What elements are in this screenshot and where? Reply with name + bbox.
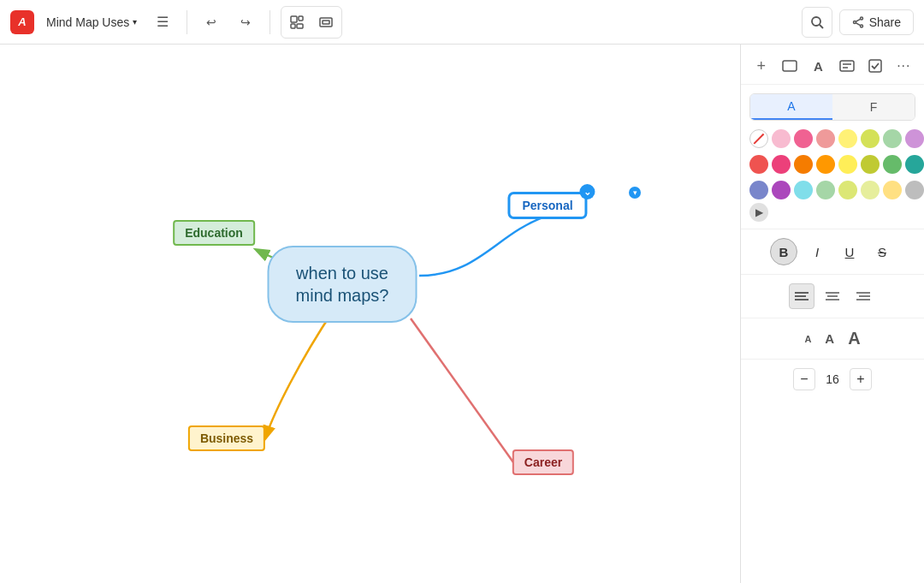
panel-text-button[interactable]: A xyxy=(807,53,830,79)
toolbar-divider xyxy=(187,10,187,34)
text-medium-button[interactable]: A xyxy=(821,328,838,349)
embed-button[interactable] xyxy=(312,9,340,36)
document-title: Mind Map Uses xyxy=(46,15,129,29)
swatch-green-light[interactable] xyxy=(883,129,902,148)
color-tab-a[interactable]: A xyxy=(750,94,832,120)
svg-rect-3 xyxy=(297,24,303,28)
frame-button[interactable] xyxy=(283,9,311,36)
panel-divider4 xyxy=(741,359,924,360)
personal-dropdown-dot[interactable]: ▾ xyxy=(629,187,641,199)
font-size-increase-button[interactable]: + xyxy=(850,368,872,390)
align-right-button[interactable] xyxy=(850,283,876,309)
swatch-more[interactable]: ▶ xyxy=(749,203,768,222)
swatch-pink-dark[interactable] xyxy=(772,155,791,174)
svg-rect-4 xyxy=(320,18,332,27)
undo-button[interactable]: ↩ xyxy=(198,9,225,36)
panel-add-button[interactable]: + xyxy=(749,53,773,79)
redo-button[interactable]: ↪ xyxy=(232,9,259,36)
svg-line-11 xyxy=(856,19,860,21)
strikethrough-button[interactable]: S xyxy=(869,239,895,265)
center-node[interactable]: when to use mind maps? xyxy=(268,246,418,323)
toolbar-right: Share xyxy=(802,7,914,38)
font-size-value: 16 xyxy=(822,372,843,386)
swatch-orange[interactable] xyxy=(816,129,835,148)
swatch-grey[interactable] xyxy=(905,181,924,199)
svg-rect-0 xyxy=(291,16,297,22)
education-label: Education xyxy=(185,226,243,240)
swatch-indigo[interactable] xyxy=(749,181,768,199)
italic-button[interactable]: I xyxy=(804,239,830,265)
svg-line-7 xyxy=(820,25,823,28)
share-label: Share xyxy=(869,15,901,29)
swatch-green-pale[interactable] xyxy=(816,181,835,199)
swatch-pink-light[interactable] xyxy=(772,129,791,148)
underline-button[interactable]: U xyxy=(837,239,862,265)
format-row: B I U S xyxy=(741,233,924,271)
swatch-lime[interactable] xyxy=(861,129,880,148)
swatch-purple[interactable] xyxy=(772,181,791,199)
svg-rect-1 xyxy=(299,16,303,21)
svg-point-9 xyxy=(853,21,856,23)
svg-rect-17 xyxy=(869,60,881,72)
panel-more-button[interactable]: ··· xyxy=(892,53,915,79)
color-grid-row3: ▶ xyxy=(741,177,924,225)
frame-group xyxy=(281,6,342,39)
align-row xyxy=(741,278,924,314)
swatch-amber[interactable] xyxy=(816,155,835,174)
panel-text-alt-button[interactable] xyxy=(835,53,858,79)
personal-node[interactable]: Personal xyxy=(508,193,586,218)
chevron-down-icon: ▾ xyxy=(133,17,137,27)
panel-toolbar: + A ··· xyxy=(741,45,924,85)
toolbar: A Mind Map Uses ▾ ☰ ↩ ↪ xyxy=(0,0,924,45)
swatch-yellow-light[interactable] xyxy=(838,129,857,148)
text-large-button[interactable]: A xyxy=(844,325,863,352)
career-label: Career xyxy=(524,455,562,469)
panel-divider3 xyxy=(741,318,924,318)
career-node[interactable]: Career xyxy=(512,449,574,475)
swatch-amber-light[interactable] xyxy=(883,181,902,199)
svg-point-10 xyxy=(860,25,862,27)
panel-divider1 xyxy=(741,229,924,229)
business-label: Business xyxy=(200,431,253,445)
swatch-none[interactable] xyxy=(749,129,768,148)
search-button[interactable] xyxy=(802,7,832,38)
font-size-row: − 16 + xyxy=(741,363,924,396)
panel-divider2 xyxy=(741,274,924,275)
center-node-text: when to use mind maps? xyxy=(296,262,389,306)
svg-rect-13 xyxy=(783,61,797,71)
swatch-yellow-green[interactable] xyxy=(838,181,857,199)
swatch-orange-dark[interactable] xyxy=(794,155,813,174)
swatch-purple-light[interactable] xyxy=(905,129,924,148)
svg-rect-14 xyxy=(840,61,854,71)
menu-icon-button[interactable]: ☰ xyxy=(149,9,176,36)
panel-rect-button[interactable] xyxy=(778,53,801,79)
education-node[interactable]: Education xyxy=(173,220,255,246)
text-size-row: A A A xyxy=(741,322,924,355)
color-grid-row1 xyxy=(741,126,924,152)
swatch-teal[interactable] xyxy=(905,155,924,174)
align-left-button[interactable] xyxy=(789,283,814,309)
swatch-green[interactable] xyxy=(883,155,902,174)
app-logo: A xyxy=(10,10,34,34)
share-button[interactable]: Share xyxy=(839,9,914,35)
swatch-cyan[interactable] xyxy=(794,181,813,199)
swatch-pink[interactable] xyxy=(794,129,813,148)
swatch-lime-pale[interactable] xyxy=(861,181,880,199)
align-center-button[interactable] xyxy=(820,283,845,309)
business-node[interactable]: Business xyxy=(188,425,265,451)
text-small-button[interactable]: A xyxy=(801,330,814,348)
swatch-lime-dark[interactable] xyxy=(861,155,880,174)
swatch-red[interactable] xyxy=(749,155,768,174)
swatch-yellow[interactable] xyxy=(838,155,857,174)
panel-check-button[interactable] xyxy=(863,53,886,79)
color-tabs: A F xyxy=(749,93,915,121)
svg-rect-2 xyxy=(291,24,295,28)
bold-button[interactable]: B xyxy=(770,238,797,265)
right-panel: + A ··· A F xyxy=(740,45,924,583)
document-title-button[interactable]: Mind Map Uses ▾ xyxy=(41,12,142,33)
toolbar-divider2 xyxy=(270,10,270,34)
personal-label: Personal xyxy=(522,199,572,212)
color-tab-f[interactable]: F xyxy=(832,94,915,120)
svg-point-8 xyxy=(860,17,862,20)
font-size-decrease-button[interactable]: − xyxy=(793,368,815,390)
